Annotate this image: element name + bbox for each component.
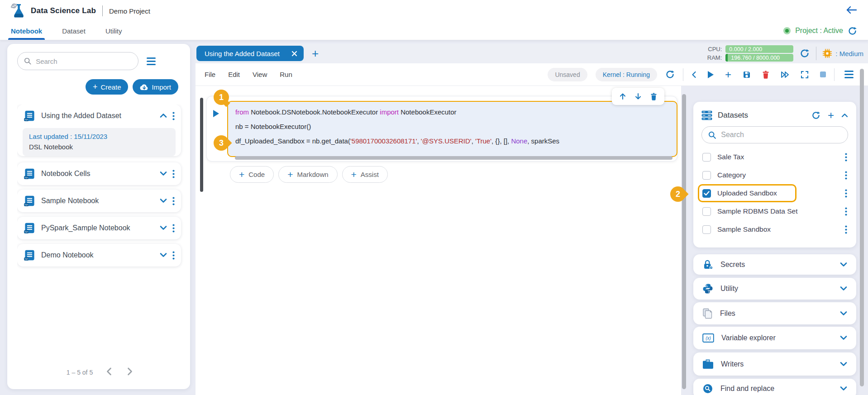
- dataset-checkbox[interactable]: [702, 153, 711, 162]
- run-all-icon[interactable]: [781, 71, 789, 79]
- editor-menu-icon[interactable]: [843, 69, 855, 80]
- tab-close-icon[interactable]: [291, 51, 297, 57]
- chevron-down-icon[interactable]: [840, 309, 847, 318]
- collapse-datasets-icon[interactable]: [841, 111, 848, 119]
- add-markdown-cell-button[interactable]: +Markdown: [278, 166, 337, 183]
- variable-explorer-icon: (x): [702, 333, 714, 343]
- nav-tab-notebook[interactable]: Notebook: [11, 22, 42, 40]
- notebook-type: DSL Notebook: [29, 143, 169, 151]
- kebab-menu-icon[interactable]: [172, 170, 175, 178]
- datasets-icon: [701, 110, 712, 121]
- chevron-down-icon[interactable]: [840, 285, 847, 293]
- section-secrets[interactable]: Secrets: [693, 254, 856, 275]
- editor-tab[interactable]: Using the Added Dataset: [196, 46, 304, 61]
- code-horizontal-scrollbar[interactable]: [235, 156, 672, 160]
- page-body: + Create Import <o> Using the Added Data…: [0, 40, 868, 395]
- svg-text:(x): (x): [706, 336, 711, 341]
- project-refresh-icon[interactable]: [848, 26, 857, 36]
- chevron-down-icon[interactable]: [160, 170, 167, 178]
- code-editor[interactable]: from Notebook.DSNotebook.NotebookExecuto…: [227, 101, 677, 157]
- chevron-down-icon[interactable]: [840, 385, 847, 393]
- menu-file[interactable]: File: [205, 71, 215, 78]
- add-code-cell-button[interactable]: +Code: [230, 166, 274, 183]
- section-variable-explorer[interactable]: (x) Variable explorer: [693, 327, 856, 349]
- chevron-down-icon[interactable]: [160, 224, 167, 232]
- new-tab-icon[interactable]: +: [312, 48, 319, 59]
- delete-notebook-icon[interactable]: [762, 71, 769, 79]
- prev-page-icon[interactable]: [105, 366, 114, 379]
- move-cell-down-icon[interactable]: [635, 93, 641, 100]
- back-arrow-icon[interactable]: [845, 5, 857, 16]
- sidebar-menu-icon[interactable]: [145, 56, 157, 67]
- datasets-search-input[interactable]: [720, 130, 841, 139]
- python-icon: [702, 283, 713, 294]
- menu-edit[interactable]: Edit: [228, 71, 240, 78]
- kebab-menu-icon[interactable]: [172, 112, 175, 120]
- chevron-up-icon[interactable]: [160, 112, 167, 120]
- notebook-row[interactable]: <o> Demo Notebook: [17, 244, 181, 267]
- section-files[interactable]: Files: [693, 302, 856, 324]
- add-cell-row: +Code +Markdown +Assist: [230, 166, 388, 183]
- section-find-and-replace[interactable]: Find and replace: [693, 379, 856, 395]
- dataset-checkbox[interactable]: [702, 207, 711, 216]
- notebook-row[interactable]: <o> PySpark_Sample Notebook: [17, 217, 181, 239]
- menu-run[interactable]: Run: [280, 71, 292, 78]
- kebab-menu-icon[interactable]: [845, 171, 847, 180]
- notebook-row[interactable]: <o> Notebook Cells: [17, 162, 181, 185]
- nav-tab-dataset[interactable]: Dataset: [62, 22, 86, 40]
- sidebar-search: [17, 52, 138, 70]
- move-cell-up-icon[interactable]: [620, 93, 626, 100]
- notebook-row[interactable]: <o> Using the Added Dataset: [17, 105, 181, 127]
- editor-tab-label: Using the Added Dataset: [205, 50, 280, 57]
- kebab-menu-icon[interactable]: [845, 189, 847, 198]
- sidebar-pagination: 1 – 5 of 5: [17, 366, 184, 384]
- create-button[interactable]: + Create: [86, 79, 129, 95]
- notebook-icon: <o>: [24, 195, 36, 207]
- main-area-scrollbar[interactable]: [682, 94, 686, 389]
- nav-tab-utility[interactable]: Utility: [105, 22, 122, 40]
- datasets-refresh-icon[interactable]: [811, 111, 820, 120]
- kebab-menu-icon[interactable]: [172, 251, 175, 260]
- kernel-refresh-icon[interactable]: [665, 70, 675, 79]
- notebook-details: Last updated : 15/11/2023 DSL Notebook: [23, 128, 176, 156]
- notebook-card-using-the-added-dataset: <o> Using the Added Dataset Last updated…: [17, 105, 181, 156]
- dataset-checkbox[interactable]: [702, 171, 711, 180]
- notebook-icon: <o>: [24, 249, 36, 262]
- save-notebook-icon[interactable]: [743, 71, 751, 79]
- menu-view[interactable]: View: [253, 71, 267, 78]
- chevron-down-icon[interactable]: [840, 334, 847, 342]
- stop-kernel-icon[interactable]: [820, 71, 826, 77]
- chevron-down-icon[interactable]: [840, 360, 847, 368]
- notebook-row[interactable]: <o> Sample Notebook: [17, 190, 181, 212]
- notebook-label: PySpark_Sample Notebook: [41, 224, 154, 232]
- sidebar-search-input[interactable]: [35, 57, 132, 66]
- add-cell-icon[interactable]: +: [725, 69, 731, 80]
- kebab-menu-icon[interactable]: [172, 224, 175, 233]
- next-page-icon[interactable]: [125, 366, 134, 379]
- delete-cell-icon[interactable]: [650, 93, 657, 100]
- instance-size-chip[interactable]: : Medium: [823, 49, 863, 58]
- chevron-down-icon[interactable]: [160, 197, 167, 205]
- fullscreen-icon[interactable]: [801, 71, 809, 79]
- code-cell[interactable]: from Notebook.DSNotebook.NotebookExecuto…: [206, 96, 677, 162]
- import-button[interactable]: Import: [133, 79, 178, 95]
- dataset-checkbox[interactable]: [702, 225, 711, 234]
- kebab-menu-icon[interactable]: [845, 207, 847, 216]
- kebab-menu-icon[interactable]: [845, 153, 847, 162]
- run-this-cell-icon[interactable]: [213, 110, 219, 117]
- add-dataset-icon[interactable]: +: [828, 110, 834, 121]
- dataset-checkbox-checked[interactable]: [702, 189, 711, 198]
- chevron-down-icon[interactable]: [160, 251, 167, 259]
- section-utility[interactable]: Utility: [693, 278, 856, 300]
- kebab-menu-icon[interactable]: [172, 197, 175, 205]
- kebab-menu-icon[interactable]: [845, 225, 847, 234]
- chevron-down-icon[interactable]: [840, 261, 847, 269]
- section-writers[interactable]: Writers: [693, 352, 856, 376]
- page-range-label: 1 – 5 of 5: [67, 369, 93, 376]
- run-cell-icon[interactable]: [708, 71, 714, 78]
- right-panel-scrollbar[interactable]: [860, 69, 864, 386]
- prev-cell-icon[interactable]: [692, 71, 696, 78]
- add-assist-cell-button[interactable]: +Assist: [342, 166, 388, 183]
- datasets-search: [701, 126, 848, 143]
- stats-refresh-icon[interactable]: [800, 48, 810, 58]
